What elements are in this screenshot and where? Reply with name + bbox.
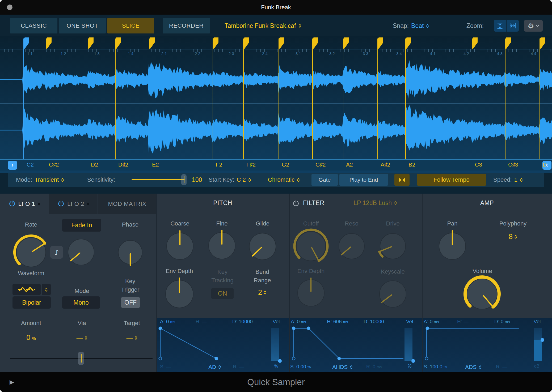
play-to-end-button[interactable]: Play to End xyxy=(339,174,388,186)
coarse-knob[interactable] xyxy=(162,229,197,265)
start-key-select[interactable]: Start Key: C 2 xyxy=(209,173,251,187)
pitch-vel-slider[interactable] xyxy=(271,328,279,361)
lfo-rate-knob[interactable] xyxy=(12,233,50,272)
follow-tempo-button[interactable]: Follow Tempo xyxy=(417,174,486,186)
slice-marker-line[interactable] xyxy=(343,39,343,159)
pitch-env-attack[interactable]: A:0ms xyxy=(160,319,175,325)
lfo-amount-value[interactable]: 0% xyxy=(12,334,50,342)
filter-env-depth-knob[interactable] xyxy=(293,275,328,312)
slice-marker-line[interactable] xyxy=(243,39,244,159)
pitch-envelope-curve[interactable] xyxy=(158,326,271,361)
slice-marker-flag[interactable] xyxy=(243,37,249,49)
lfo-target-select[interactable]: — xyxy=(113,334,150,342)
lfo-via-select[interactable]: — xyxy=(63,334,100,342)
tab-mod-matrix[interactable]: MOD MATRIX xyxy=(98,194,156,214)
slice-marker-flag[interactable] xyxy=(115,37,121,49)
pitch-env-depth-knob[interactable] xyxy=(161,276,197,313)
slice-marker-flag[interactable] xyxy=(88,37,94,49)
filter-env-decay[interactable]: D:10000 xyxy=(364,319,384,325)
filter-envelope-curve[interactable] xyxy=(292,326,404,361)
tab-slice[interactable]: SLICE xyxy=(107,18,154,33)
slice-marker-line[interactable] xyxy=(505,39,505,159)
slice-marker-line[interactable] xyxy=(88,39,88,159)
slice-marker-line[interactable] xyxy=(23,39,24,159)
lfo-waveform-select[interactable] xyxy=(42,284,51,295)
slice-marker-line[interactable] xyxy=(213,39,213,159)
filter-preset-select[interactable]: LP 12dB Lush xyxy=(353,199,415,207)
slice-marker-line[interactable] xyxy=(377,39,378,159)
keyscale-knob[interactable] xyxy=(375,276,410,313)
lfo-mode-select[interactable]: Mono xyxy=(62,296,100,309)
filter-env-type-select[interactable]: AHDS xyxy=(332,364,353,370)
scroll-right-button[interactable]: › xyxy=(8,161,17,170)
sensitivity-slider-track[interactable] xyxy=(132,179,185,180)
reso-knob[interactable] xyxy=(335,229,369,264)
slice-marker-flag[interactable] xyxy=(540,37,545,49)
filter-envelope-panel[interactable]: A:0ms H:606ms D:10000 Vel xyxy=(290,318,422,372)
zoom-horizontal-button[interactable] xyxy=(507,20,519,32)
speed-select[interactable]: Speed: 1 xyxy=(493,173,523,187)
filter-env-sustain[interactable]: S:0.00% xyxy=(290,364,311,370)
sensitivity-slider-handle[interactable] xyxy=(181,174,187,185)
polyphony-select[interactable]: 8 xyxy=(489,233,537,241)
tab-lfo1[interactable]: LFO 1 xyxy=(0,194,49,214)
pitch-envelope-panel[interactable]: A:0ms H:— D:10000 Vel S:— xyxy=(156,318,289,372)
bend-range-select[interactable]: 2 xyxy=(241,288,284,297)
slice-marker-line[interactable] xyxy=(46,39,46,159)
slice-marker-flag[interactable] xyxy=(312,37,318,49)
glide-knob[interactable] xyxy=(245,229,280,265)
gate-button[interactable]: Gate xyxy=(311,174,338,186)
zoom-vertical-button[interactable] xyxy=(494,20,506,32)
filter-power-icon[interactable] xyxy=(292,200,300,207)
slice-marker-flag[interactable] xyxy=(405,37,411,49)
waveform-editor[interactable]: 1 11 21 31 42 12 22 32 43 13 23 33 44 14… xyxy=(0,36,552,173)
filter-vel-handle[interactable] xyxy=(411,359,415,363)
sample-file-select[interactable]: Tamborine Funk Break.caf xyxy=(225,18,301,33)
filter-env-release[interactable]: R:0ms xyxy=(366,364,382,370)
amp-env-release[interactable]: R:— xyxy=(496,364,507,370)
lfo-phase-knob[interactable] xyxy=(114,236,146,270)
slice-marker-flag[interactable] xyxy=(279,37,284,49)
tab-recorder[interactable]: RECORDER xyxy=(163,18,210,33)
volume-knob[interactable] xyxy=(463,275,502,314)
pitch-env-release[interactable]: R:— xyxy=(233,364,244,370)
slice-marker-line[interactable] xyxy=(115,39,116,159)
key-trigger-toggle[interactable]: OFF xyxy=(121,297,140,308)
pan-knob[interactable] xyxy=(435,229,470,265)
lfo-fade-mode-select[interactable]: Fade In xyxy=(62,219,101,232)
slice-marker-line[interactable] xyxy=(312,39,313,159)
amp-env-sustain[interactable]: S:100.0% xyxy=(424,364,447,370)
amp-vel-handle[interactable] xyxy=(541,338,544,342)
pitch-vel-handle[interactable] xyxy=(278,359,282,363)
settings-menu-button[interactable]: ⚙ xyxy=(524,20,543,32)
tab-lfo2[interactable]: LFO 2 xyxy=(49,194,98,214)
slice-marker-flag[interactable] xyxy=(472,37,478,49)
slice-marker-flag[interactable] xyxy=(149,37,155,49)
pitch-env-hold[interactable]: H:— xyxy=(196,319,207,325)
fine-knob[interactable] xyxy=(204,228,239,264)
lfo-waveform-display[interactable] xyxy=(12,284,41,295)
lfo-amount-slider-handle[interactable] xyxy=(78,352,84,365)
amp-vel-slider[interactable] xyxy=(534,328,542,361)
slice-marker-flag[interactable] xyxy=(46,37,52,49)
amp-env-type-select[interactable]: ADS xyxy=(465,364,482,370)
key-tracking-toggle[interactable]: ON xyxy=(211,288,234,299)
slice-marker-line[interactable] xyxy=(279,39,279,159)
lfo-polarity-button[interactable]: Bipolar xyxy=(12,296,51,309)
slice-marker-flag[interactable] xyxy=(505,37,511,49)
slice-marker-flag[interactable] xyxy=(213,37,218,49)
tab-classic[interactable]: CLASSIC xyxy=(10,18,57,33)
amp-env-attack[interactable]: A:0ms xyxy=(424,319,439,325)
amp-envelope-curve[interactable] xyxy=(425,326,534,361)
amp-env-decay[interactable]: D:0ms xyxy=(494,319,510,325)
cutoff-knob[interactable] xyxy=(292,227,330,266)
scale-select[interactable]: Chromatic xyxy=(268,173,300,187)
drive-knob[interactable] xyxy=(376,229,410,264)
filter-env-hold[interactable]: H:606ms xyxy=(327,319,348,325)
mode-select[interactable]: Mode: Transient xyxy=(16,173,64,187)
slice-marker-line[interactable] xyxy=(149,39,149,159)
amp-env-hold[interactable]: H:— xyxy=(457,319,469,325)
slice-marker-line[interactable] xyxy=(405,39,406,159)
snap-select[interactable]: Snap: Beat xyxy=(393,18,429,33)
slice-marker-flag[interactable] xyxy=(343,37,349,49)
